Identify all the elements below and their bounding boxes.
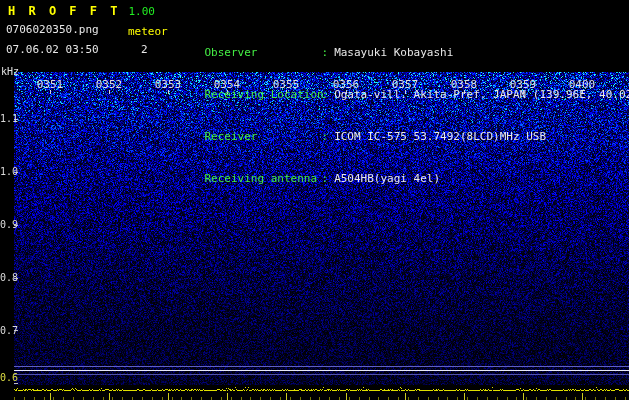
info-value: A504HB(yagi 4el)	[334, 172, 440, 185]
info-value: Masayuki Kobayashi	[334, 46, 453, 59]
x-tick-label-0358: 0358	[450, 78, 478, 91]
x-tick-label-0356: 0356	[332, 78, 360, 91]
y-tick-label-0_7: 0.7	[0, 325, 15, 336]
x-tick-label-0355: 0355	[272, 78, 300, 91]
info-label: Receiver	[205, 130, 322, 144]
info-row-antenna: Receiving antenna:A504HB(yagi 4el)	[178, 158, 629, 172]
y-tick-label-0_9: 0.9	[0, 219, 15, 230]
info-label: Receiving antenna	[205, 172, 322, 186]
x-tick-label-0351: 0351	[36, 78, 64, 91]
x-tick-label-0352: 0352	[95, 78, 123, 91]
x-tick-label-0357: 0357	[391, 78, 419, 91]
info-separator: :	[322, 88, 329, 101]
observation-timestamp: 07.06.02 03:50	[6, 43, 99, 56]
info-separator: :	[322, 172, 329, 185]
x-tick-label-0400: 0400	[568, 78, 596, 91]
x-tick-label-0359: 0359	[509, 78, 537, 91]
app-title: H R O F F T	[8, 4, 120, 18]
y-tick-label-1_1: 1.1	[0, 113, 15, 124]
y-tick-label-1_0: 1.0	[0, 166, 15, 177]
x-tick-label-0354: 0354	[213, 78, 241, 91]
mode-label: meteor	[128, 25, 168, 38]
header-info: Observer:Masayuki Kobayashi Receiving Lo…	[178, 4, 629, 186]
meteor-count-value: 2	[141, 43, 148, 56]
app-title-row: H R O F F T 1.00	[8, 4, 155, 18]
info-separator: :	[322, 46, 329, 59]
info-separator: :	[322, 130, 329, 143]
info-label: Observer	[205, 46, 322, 60]
y-axis-unit: kHz	[1, 66, 19, 77]
info-row-observer: Observer:Masayuki Kobayashi	[178, 32, 629, 46]
y-tick-label-0_8: 0.8	[0, 272, 15, 283]
info-row-receiver: Receiver:ICOM IC-575 53.7492(8LCD)MHz US…	[178, 116, 629, 130]
app-version: 1.00	[128, 5, 155, 18]
y-tick-label-0_6: 0.6	[0, 372, 15, 383]
info-value: ICOM IC-575 53.7492(8LCD)MHz USB	[334, 130, 546, 143]
x-tick-label-0353: 0353	[154, 78, 182, 91]
output-filename: 0706020350.png	[6, 23, 99, 36]
